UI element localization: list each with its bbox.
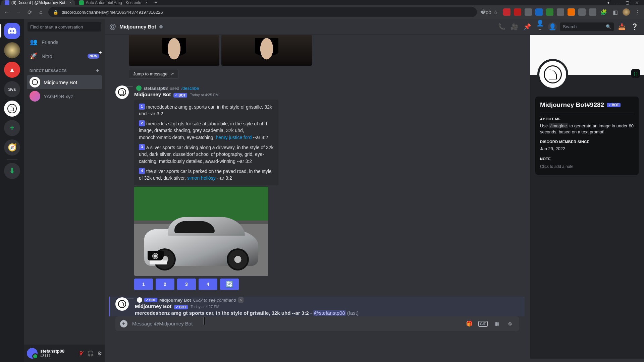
keycap-1-icon: 1 xyxy=(139,104,145,110)
described-car-image[interactable] xyxy=(134,187,268,276)
create-dm-button[interactable]: + xyxy=(96,68,99,74)
prompt-1-button[interactable]: 1 xyxy=(134,279,153,290)
mute-mic-icon[interactable]: 🎙︎̸ xyxy=(78,350,84,357)
self-names[interactable]: stefanstp08 #3117 xyxy=(40,349,64,358)
gift-icon[interactable]: 🎁 xyxy=(465,320,474,327)
add-server-button[interactable]: + xyxy=(4,120,20,136)
tab-close-icon[interactable]: × xyxy=(145,0,148,5)
extensions-puzzle-icon[interactable]: 🧩 xyxy=(600,9,608,15)
channel-header: @ Midjourney Bot 📞 🎥 📌 👤⁺ 👤 Search 🔍 📥 ❔ xyxy=(105,19,644,35)
image-grid-partial xyxy=(129,35,525,66)
prompt-4-button[interactable]: 4 xyxy=(199,279,217,290)
extension-icon[interactable] xyxy=(568,8,575,16)
extension-icon[interactable] xyxy=(535,8,543,16)
reply-context[interactable]: BOT Midjourney Bot Click to see command … xyxy=(135,297,525,303)
reroll-button[interactable]: 🔄 xyxy=(220,279,239,290)
video-call-icon[interactable]: 🎥 xyxy=(510,23,519,31)
add-friends-icon[interactable]: 👤⁺ xyxy=(535,19,545,34)
composer-area: + Message @Midjourney Bot 🎁 GIF ▦ ☺ I xyxy=(110,316,525,339)
reply-user: Midjourney Bot xyxy=(159,298,191,303)
search-input[interactable]: Search 🔍 xyxy=(560,22,614,31)
profile-avatar[interactable] xyxy=(537,59,568,90)
prompt-2-button[interactable]: 2 xyxy=(156,279,174,290)
prompt-text: mercedesbenz amg gt sports car, in the s… xyxy=(139,104,272,116)
voice-call-icon[interactable]: 📞 xyxy=(497,23,506,31)
nitro-link[interactable]: 🚀 Nitro NEW xyxy=(27,49,102,63)
maximize-icon[interactable]: ▢ xyxy=(626,0,629,5)
inbox-icon[interactable]: 📥 xyxy=(617,23,627,31)
download-apps-button[interactable]: ⬇ xyxy=(4,163,20,179)
emoji-icon[interactable]: ☺ xyxy=(506,321,515,327)
tab-close-icon[interactable]: × xyxy=(69,0,72,5)
note-heading: NOTE xyxy=(540,157,634,161)
self-avatar-icon[interactable] xyxy=(27,348,38,359)
dm-item-yagpdb[interactable]: YAGPDB.xyz xyxy=(27,89,102,103)
pinned-messages-icon[interactable]: 📌 xyxy=(523,23,532,31)
server-item[interactable]: ▲ xyxy=(4,62,20,78)
profile-avatar-icon[interactable] xyxy=(623,8,630,16)
find-conversation-input[interactable]: Find or start a conversation xyxy=(28,22,101,32)
new-badge: NEW xyxy=(88,54,99,59)
view-roles-badge[interactable]: { } xyxy=(631,69,640,78)
link-label: Nitro xyxy=(42,53,52,59)
extension-icon[interactable] xyxy=(578,8,586,16)
server-item[interactable] xyxy=(4,101,20,117)
extension-icon[interactable] xyxy=(557,8,564,16)
jump-to-message-button[interactable]: Jump to message ↗ xyxy=(129,69,178,79)
install-app-icon[interactable]: �có xyxy=(480,9,488,15)
help-icon[interactable]: ❔ xyxy=(630,23,639,31)
friends-link[interactable]: 👥 Friends xyxy=(27,35,102,49)
attach-plus-icon[interactable]: + xyxy=(120,320,127,327)
user-profile-icon[interactable]: 👤 xyxy=(548,22,557,31)
reload-icon[interactable]: ⟳ xyxy=(25,9,34,15)
close-icon[interactable]: ✕ xyxy=(635,0,639,5)
side-panel-icon[interactable]: ◧ xyxy=(611,9,619,15)
author-avatar-icon[interactable] xyxy=(115,85,129,99)
back-icon[interactable]: ← xyxy=(3,9,11,15)
browser-tab-active[interactable]: (6) Discord | @Midjourney Bot × xyxy=(1,0,75,5)
author-name[interactable]: Midjourney Bot xyxy=(134,92,171,97)
menu-dots-icon[interactable]: ⋮ xyxy=(633,9,641,15)
sticker-icon[interactable]: ▦ xyxy=(492,320,501,327)
prompt-3-button[interactable]: 3 xyxy=(177,279,196,290)
server-item[interactable]: Svs xyxy=(4,81,20,97)
generated-image-thumb[interactable] xyxy=(129,35,219,66)
user-mention[interactable]: @stefanstp08 xyxy=(313,310,346,316)
home-server-button[interactable] xyxy=(4,23,20,39)
extension-icon[interactable] xyxy=(589,8,596,16)
dm-item-midjourney[interactable]: Midjourney Bot xyxy=(27,75,102,89)
link-text[interactable]: simon hollósy xyxy=(187,175,216,181)
minimize-icon[interactable]: ― xyxy=(615,0,620,5)
server-initials: Svs xyxy=(8,87,16,92)
browser-tab-inactive[interactable]: Auto Automobil Amg - Kostenlo × xyxy=(76,0,151,5)
extension-icon[interactable] xyxy=(546,8,553,16)
gif-button[interactable]: GIF xyxy=(478,321,488,327)
server-item[interactable] xyxy=(4,42,20,58)
new-tab-button[interactable]: + xyxy=(152,0,160,6)
forward-icon[interactable]: → xyxy=(14,9,22,15)
extension-icon[interactable] xyxy=(514,8,521,16)
note-input[interactable]: Click to add a note xyxy=(540,163,634,170)
explore-servers-button[interactable]: 🧭 xyxy=(4,139,20,156)
chat-scroll[interactable]: Jump to message ↗ stefanstp08 used /desc… xyxy=(105,35,530,359)
imagine-command-chip: /imagine xyxy=(549,123,568,128)
extension-icon[interactable] xyxy=(525,8,532,16)
generated-image-thumb[interactable] xyxy=(221,35,312,66)
mode-label: (fast) xyxy=(346,310,359,316)
message-composer[interactable]: + Message @Midjourney Bot 🎁 GIF ▦ ☺ I xyxy=(115,316,519,331)
link-text[interactable]: henry justice ford xyxy=(216,135,252,140)
author-name[interactable]: Midjourney Bot xyxy=(135,303,171,309)
reply-context[interactable]: stefanstp08 used /describe xyxy=(134,85,525,91)
button-label: Jump to message xyxy=(133,71,168,76)
link-label: Friends xyxy=(42,39,58,45)
self-username: stefanstp08 xyxy=(40,349,64,354)
settings-gear-icon[interactable]: ⚙ xyxy=(97,350,102,357)
deafen-icon[interactable]: 🎧 xyxy=(87,350,94,357)
home-icon[interactable]: ⌂ xyxy=(37,9,45,15)
adblock-icon[interactable] xyxy=(503,8,511,16)
chevron-down-icon[interactable]: ▾ xyxy=(607,0,609,5)
url-input[interactable]: 🔒 discord.com/channels/@me/1063443749197… xyxy=(48,7,477,17)
bookmark-star-icon[interactable]: ☆ xyxy=(492,9,500,15)
author-avatar-icon[interactable] xyxy=(115,297,129,311)
user-panel: stefanstp08 #3117 🎙︎̸ 🎧 ⚙ xyxy=(24,345,105,362)
